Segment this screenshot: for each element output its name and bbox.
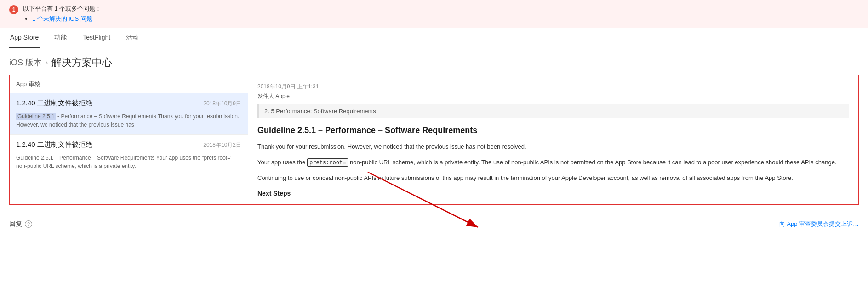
reply-help-icon[interactable]: ? [25,220,32,228]
paragraph2-before: Your app uses the [257,159,307,166]
right-panel-timestamp: 2018年10月9日 上午1:31 [257,83,849,91]
message-title-2: 1.2.40 二进制文件被拒绝 [16,140,92,149]
guideline-highlight-1: Guideline 2.5.1 [16,113,56,120]
message-title-1: 1.2.40 二进制文件被拒绝 [16,99,92,108]
main-content: App 审核 1.2.40 二进制文件被拒绝 2018年10月9日 Guidel… [0,75,868,214]
right-panel-paragraph2: Your app uses the prefs:root= non-public… [257,157,849,167]
left-panel-header: App 审核 [10,75,248,93]
right-panel-paragraph3: Continuing to use or conceal non-public … [257,173,849,183]
reply-label-group: 回复 ? [9,220,32,228]
ios-issue-link[interactable]: 1 个未解决的 iOS 问题 [32,15,92,22]
prefs-code: prefs:root= [307,158,348,167]
nav-tabs: App Store 功能 TestFlight 活动 [0,28,868,48]
left-panel: App 审核 1.2.40 二进制文件被拒绝 2018年10月9日 Guidel… [9,75,248,205]
right-panel: 2018年10月9日 上午1:31 发件人 Apple 2. 5 Perform… [248,75,859,205]
reply-bar: 回复 ? 向 App 审查委员会提交上诉… [0,214,868,234]
breadcrumb-link[interactable]: iOS 版本 [9,57,42,68]
right-panel-section: 2. 5 Performance: Software Requirements [257,104,849,118]
tab-testflight[interactable]: TestFlight [82,28,111,48]
warning-banner: 1 以下平台有 1 个或多个问题： 1 个未解决的 iOS 问题 [0,0,868,28]
message-item-1[interactable]: 1.2.40 二进制文件被拒绝 2018年10月9日 Guideline 2.5… [10,93,248,135]
reply-text: 回复 [9,220,22,228]
message-date-2: 2018年10月2日 [203,141,241,149]
appeal-link[interactable]: 向 App 审查委员会提交上诉… [779,220,859,228]
breadcrumb-separator: › [46,58,48,67]
paragraph2-after: non-public URL scheme, which is a privat… [348,159,836,166]
next-steps-label: Next Steps [257,190,849,197]
message-preview-2: Guideline 2.5.1 – Performance – Software… [16,154,241,170]
warning-text: 以下平台有 1 个或多个问题： 1 个未解决的 iOS 问题 [23,5,101,23]
tab-activity[interactable]: 活动 [125,28,140,48]
right-panel-title: Guideline 2.5.1 – Performance – Software… [257,126,849,135]
message-preview-1: Guideline 2.5.1 - Performance – Software… [16,112,241,129]
breadcrumb: iOS 版本 › 解决方案中心 [0,48,868,75]
message-item-2[interactable]: 1.2.40 二进制文件被拒绝 2018年10月2日 Guideline 2.5… [10,135,248,176]
tab-features[interactable]: 功能 [53,28,68,48]
right-panel-paragraph1: Thank you for your resubmission. However… [257,142,849,152]
warning-badge: 1 [9,5,18,14]
breadcrumb-current: 解决方案中心 [51,56,112,69]
right-panel-sender: 发件人 Apple [257,92,849,100]
message-date-1: 2018年10月9日 [203,100,241,108]
tab-app-store[interactable]: App Store [9,28,40,48]
